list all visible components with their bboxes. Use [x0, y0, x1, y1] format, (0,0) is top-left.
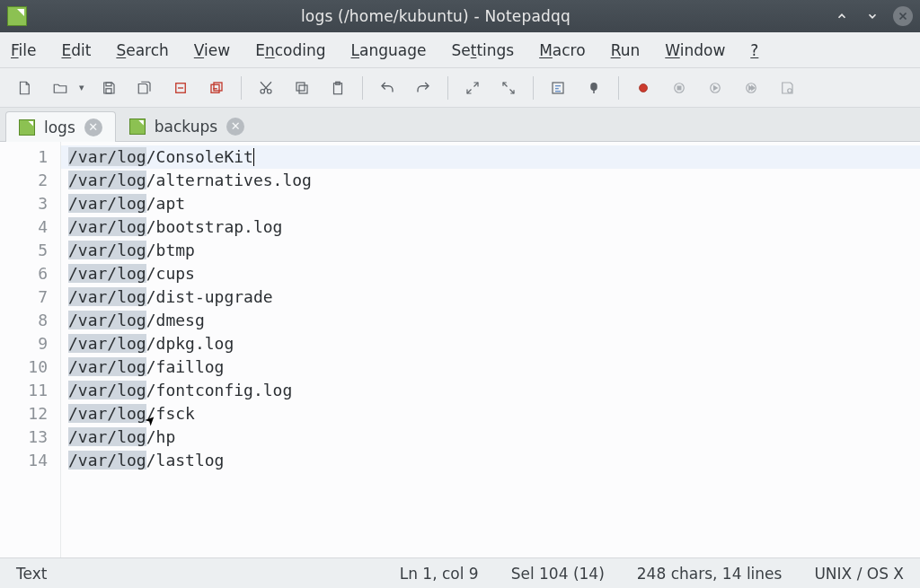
status-filetype[interactable]: Text	[0, 565, 63, 583]
status-selection: Sel 104 (14)	[495, 565, 621, 583]
status-size: 248 chars, 14 lines	[621, 565, 799, 583]
toolbar-separator	[241, 76, 242, 100]
window-title: logs (/home/kubuntu) - Notepadqq	[40, 7, 832, 25]
line-number: 3	[0, 192, 60, 215]
tab-label: backups	[155, 118, 217, 136]
line-number: 10	[0, 355, 60, 379]
status-eol[interactable]: UNIX / OS X	[798, 565, 920, 583]
menu-window[interactable]: Window	[665, 41, 725, 59]
tab-backups[interactable]: backups ✕	[116, 110, 258, 141]
menu-language[interactable]: Language	[351, 41, 427, 59]
app-icon	[7, 6, 27, 26]
code-line[interactable]: /var/log/ConsoleKit	[61, 145, 920, 169]
close-all-button[interactable]	[201, 73, 232, 103]
new-file-button[interactable]	[9, 73, 40, 103]
stop-macro-button[interactable]	[664, 73, 694, 103]
code-line[interactable]: /var/log/dpkg.log	[61, 332, 920, 355]
tab-logs[interactable]: logs ✕	[5, 111, 116, 142]
toolbar: ▾	[0, 68, 920, 108]
menubar: File Edit Search View Encoding Language …	[0, 32, 920, 68]
word-wrap-button[interactable]	[543, 73, 573, 103]
toolbar-separator	[533, 76, 534, 100]
menu-file[interactable]: File	[11, 41, 36, 59]
code-line[interactable]: /var/log/btmp	[61, 239, 920, 262]
line-number: 14	[0, 449, 60, 472]
close-button[interactable]	[893, 6, 913, 26]
line-number: 8	[0, 309, 60, 332]
svg-rect-0	[106, 83, 111, 86]
code-line[interactable]: /var/log/alternatives.log	[61, 169, 920, 192]
code-line[interactable]: /var/log/fontconfig.log	[61, 379, 920, 402]
menu-macro[interactable]: Macro	[539, 41, 585, 59]
tab-close-button[interactable]: ✕	[84, 118, 102, 136]
open-recent-dropdown[interactable]: ▾	[75, 76, 88, 99]
editor[interactable]: 1234567891011121314 ➤ /var/log/ConsoleKi…	[0, 142, 920, 557]
svg-point-17	[787, 88, 792, 92]
zoom-out-button[interactable]	[493, 73, 524, 103]
record-macro-button[interactable]	[628, 73, 659, 103]
titlebar: logs (/home/kubuntu) - Notepadqq	[0, 0, 920, 32]
svg-rect-1	[106, 88, 111, 92]
svg-rect-8	[296, 83, 305, 91]
line-number: 1	[0, 145, 60, 169]
svg-rect-14	[677, 86, 681, 90]
line-number: 2	[0, 169, 60, 192]
menu-view[interactable]: View	[194, 41, 230, 59]
play-macro-button[interactable]	[700, 73, 730, 103]
document-icon	[129, 118, 146, 135]
tab-label: logs	[44, 118, 75, 136]
code-line[interactable]: /var/log/dmesg	[61, 309, 920, 332]
show-symbols-button[interactable]	[579, 73, 609, 103]
save-button[interactable]	[93, 73, 124, 103]
line-number: 9	[0, 332, 60, 355]
code-line[interactable]: /var/log/bootstrap.log	[61, 215, 920, 239]
run-macro-multi-button[interactable]	[736, 73, 766, 103]
menu-settings[interactable]: Settings	[451, 41, 514, 59]
menu-encoding[interactable]: Encoding	[255, 41, 325, 59]
app-window: logs (/home/kubuntu) - Notepadqq File Ed…	[0, 0, 920, 588]
code-line[interactable]: /var/log/apt	[61, 192, 920, 215]
code-line[interactable]: /var/log/fsck	[61, 402, 920, 426]
save-all-button[interactable]	[129, 73, 160, 103]
paste-button[interactable]	[323, 73, 353, 103]
redo-button[interactable]	[408, 73, 438, 103]
toolbar-separator	[362, 76, 363, 100]
line-number: 11	[0, 379, 60, 402]
toolbar-separator	[618, 76, 619, 100]
line-number: 12	[0, 402, 60, 426]
line-number: 6	[0, 262, 60, 285]
code-line[interactable]: /var/log/hp	[61, 426, 920, 449]
window-buttons	[832, 6, 913, 26]
toolbar-separator	[447, 76, 448, 100]
close-file-button[interactable]	[165, 73, 196, 103]
zoom-in-button[interactable]	[457, 73, 488, 103]
copy-button[interactable]	[287, 73, 317, 103]
statusbar: Text Ln 1, col 9 Sel 104 (14) 248 chars,…	[0, 557, 920, 588]
undo-button[interactable]	[372, 73, 402, 103]
code-line[interactable]: /var/log/dist-upgrade	[61, 285, 920, 309]
status-position: Ln 1, col 9	[384, 565, 495, 583]
document-icon	[19, 119, 35, 136]
line-number: 4	[0, 215, 60, 239]
line-number: 5	[0, 239, 60, 262]
menu-search[interactable]: Search	[116, 41, 168, 59]
cut-button[interactable]	[251, 73, 281, 103]
code-line[interactable]: /var/log/cups	[61, 262, 920, 285]
line-number-gutter: 1234567891011121314	[0, 142, 61, 557]
svg-rect-7	[299, 85, 307, 93]
code-line[interactable]: /var/log/lastlog	[61, 449, 920, 472]
minimize-button[interactable]	[832, 6, 852, 26]
code-area[interactable]: ➤ /var/log/ConsoleKit/var/log/alternativ…	[61, 142, 920, 557]
open-file-button[interactable]	[45, 73, 75, 103]
line-number: 13	[0, 426, 60, 449]
line-number: 7	[0, 285, 60, 309]
tabbar: logs ✕ backups ✕	[0, 108, 920, 142]
maximize-button[interactable]	[862, 6, 882, 26]
code-line[interactable]: /var/log/faillog	[61, 355, 920, 379]
svg-point-12	[639, 83, 647, 92]
menu-help[interactable]: ?	[750, 41, 758, 59]
menu-edit[interactable]: Edit	[61, 41, 91, 59]
tab-close-button[interactable]: ✕	[226, 118, 244, 136]
save-macro-button[interactable]	[772, 73, 802, 103]
menu-run[interactable]: Run	[611, 41, 641, 59]
